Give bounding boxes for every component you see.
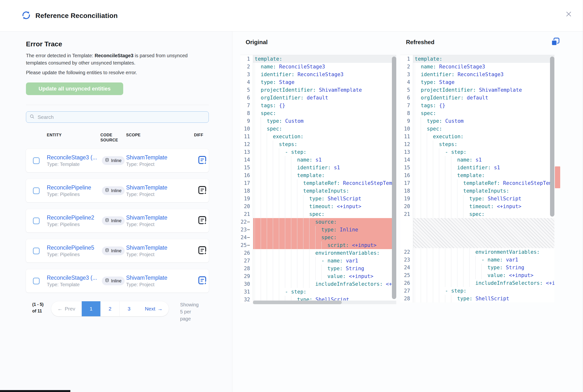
dialog-header: Reference Reconciliation [0,0,583,32]
row-checkbox[interactable] [33,248,39,254]
original-code-panel: 1template:2name: ReconcileStage33identif… [240,55,396,303]
table-row: ReconcileStage3 (...Type: Template Inlin… [26,269,209,292]
code-line: 27- name: var1 [240,257,396,265]
refreshed-code-panel: 1template:2name: ReconcileStage33identif… [400,55,554,302]
row-checkbox[interactable] [33,188,39,194]
scope-type: Type: Project [126,162,194,167]
code-source-badge: Inline [102,216,125,225]
code-line: 24−spec: [240,234,396,241]
code-line: 6orgIdentifier: default [240,94,396,102]
page-button-3[interactable]: 3 [119,301,138,316]
pagination: ←Prev 123 Next→ [51,301,169,316]
code-line: 25−script: <+input> [240,241,396,249]
code-line: 3identifier: ReconcileStage3 [400,70,554,78]
error-description: The error detected in Template: Reconcil… [26,52,196,66]
scope-link[interactable]: ShivamTemplate [126,184,194,191]
code-line: 9type: Custom [240,117,396,125]
code-line: 5projectIdentifier: ShivamTemplate [400,86,554,94]
items-per-page-label: Showing 5 per page [180,301,202,322]
code-line: 3identifier: ReconcileStage3 [240,70,396,78]
close-icon[interactable] [564,10,573,18]
code-line: 4type: Stage [400,78,554,86]
code-line: 29value: <+input> [240,272,396,280]
original-horizontal-scrollbar[interactable] [253,300,396,304]
code-line: 12steps: [400,140,554,148]
search-box [26,111,209,123]
code-line: 7tags: {} [400,102,554,110]
page-button-1[interactable]: 1 [82,301,101,316]
copy-icon[interactable] [551,37,560,46]
scope-link[interactable]: ShivamTemplate [126,214,194,221]
code-line: 14name: s1 [400,156,554,164]
row-checkbox[interactable] [33,158,39,164]
code-line: 13- step: [400,148,554,156]
arrow-left-icon: ← [57,306,62,312]
scope-type: Type: Project [126,282,194,288]
entity-link[interactable]: ReconcilePipeline [47,184,100,191]
row-checkbox[interactable] [33,278,39,284]
code-line: 11execution: [240,133,396,140]
entity-link[interactable]: ReconcilePipeline2 [47,214,100,221]
original-panel-title: Original [246,39,268,46]
code-source-badge: Inline [102,156,125,165]
scope-link[interactable]: ShivamTemplate [126,154,194,161]
code-line: 16template: [400,172,554,179]
search-input[interactable] [37,114,205,120]
page-button-2[interactable]: 2 [101,301,119,316]
scope-link[interactable]: ShivamTemplate [126,274,194,281]
code-line: 10spec: [240,125,396,133]
code-line: 8spec: [240,110,396,117]
entity-link[interactable]: ReconcileStage3 (... [47,274,100,281]
code-line: 24type: String [400,264,554,272]
code-line: 30includeInfraSelectors: <+input> [240,280,396,288]
row-checkbox[interactable] [33,218,39,224]
code-line: 26environmentVariables: [240,249,396,257]
code-line: 5projectIdentifier: ShivamTemplate [240,86,396,94]
entity-link[interactable]: ReconcilePipeline5 [47,244,100,251]
code-line: 20timeout: <+input> [240,202,396,210]
code-line: 26includeInfraSelectors: <+input> [400,279,554,287]
code-line: 14name: s1 [240,156,396,164]
inline-source-icon [105,158,109,163]
code-line: 21spec: [240,210,396,218]
code-line: 19type: ShellScript [240,195,396,202]
entity-rows: ReconcileStage3 (...Type: Template Inlin… [26,149,232,292]
entity-type: Type: Template [47,282,100,288]
entity-type: Type: Pipelines [47,192,100,197]
col-scope: SCOPE [126,132,194,138]
diff-icon[interactable] [197,222,207,226]
window-edge [0,390,70,392]
diff-icon[interactable] [197,252,207,256]
code-line: 17templateRef: ReconcileStepTemplate [400,179,554,187]
diff-icon[interactable] [197,162,207,166]
refreshed-vertical-scrollbar[interactable] [550,56,554,216]
refreshed-panel-title: Refreshed [406,39,434,46]
code-line: 31- step: [240,288,396,296]
code-line: 6orgIdentifier: default [400,94,554,102]
error-trace-heading: Error Trace [26,40,232,48]
code-line: 2name: ReconcileStage3 [240,63,396,70]
inline-source-icon [105,278,109,284]
code-line: 20timeout: <+input> [400,202,554,210]
error-template-name: ReconcileStage3 [94,53,133,58]
collapsed-diff-gap [400,218,554,248]
code-line: 19type: ShellScript [400,195,554,202]
diff-icon[interactable] [197,192,207,196]
code-line: 21spec: [400,210,554,218]
entity-type: Type: Pipelines [47,252,100,257]
code-line: 23- name: var1 [400,256,554,264]
code-line: 1template: [400,55,554,63]
next-page-button[interactable]: Next→ [138,301,169,316]
scope-link[interactable]: ShivamTemplate [126,244,194,251]
code-line: 8spec: [400,110,554,117]
code-line: 10spec: [400,125,554,133]
entity-link[interactable]: ReconcileStage3 (... [47,154,100,161]
table-row: ReconcilePipeline5Type: Pipelines Inline… [26,239,209,262]
inline-source-icon [105,218,109,224]
update-all-button[interactable]: Update all unsynced entities [26,82,123,95]
col-code-source: CODE SOURCE [100,132,126,143]
original-vertical-scrollbar[interactable] [392,56,396,299]
diff-icon[interactable] [197,282,207,286]
prev-page-button[interactable]: ←Prev [51,301,82,316]
pagination-range: (1 - 5) of 11 [32,301,45,314]
